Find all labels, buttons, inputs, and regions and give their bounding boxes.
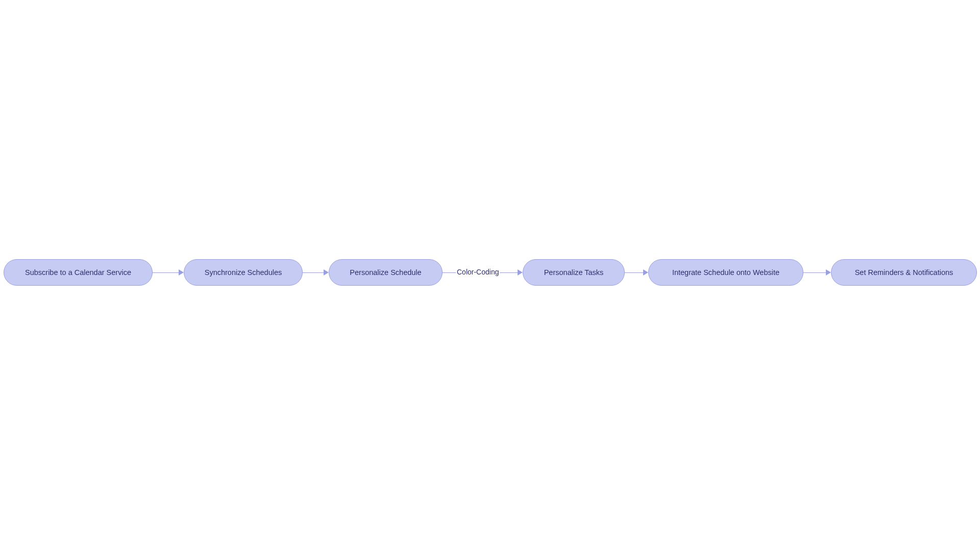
edge-1-2-arrow-icon	[179, 269, 184, 276]
node-label: Personalize Tasks	[544, 268, 604, 277]
node-personalize-tasks: Personalize Tasks	[523, 259, 625, 286]
edge-4-5-arrow-icon	[643, 269, 648, 276]
node-label: Synchronize Schedules	[205, 268, 282, 277]
node-reminders: Set Reminders & Notifications	[831, 259, 977, 286]
node-label: Integrate Schedule onto Website	[672, 268, 779, 277]
edge-4-5-line	[625, 272, 643, 273]
diagram-canvas: Subscribe to a Calendar Service Synchron…	[0, 0, 980, 551]
edge-5-6-arrow-icon	[826, 269, 831, 276]
edge-5-6-line	[803, 272, 826, 273]
node-integrate: Integrate Schedule onto Website	[648, 259, 803, 286]
node-subscribe: Subscribe to a Calendar Service	[4, 259, 153, 286]
node-personalize-schedule: Personalize Schedule	[329, 259, 443, 286]
edge-2-3-arrow-icon	[324, 269, 329, 276]
node-label: Subscribe to a Calendar Service	[25, 268, 131, 277]
node-label: Set Reminders & Notifications	[855, 268, 953, 277]
node-label: Personalize Schedule	[350, 268, 421, 277]
node-synchronize: Synchronize Schedules	[184, 259, 303, 286]
edge-2-3-line	[303, 272, 324, 273]
edge-3-4-label: Color-Coding	[456, 268, 500, 276]
edge-3-4-arrow-icon	[518, 269, 523, 276]
edge-1-2-line	[153, 272, 179, 273]
